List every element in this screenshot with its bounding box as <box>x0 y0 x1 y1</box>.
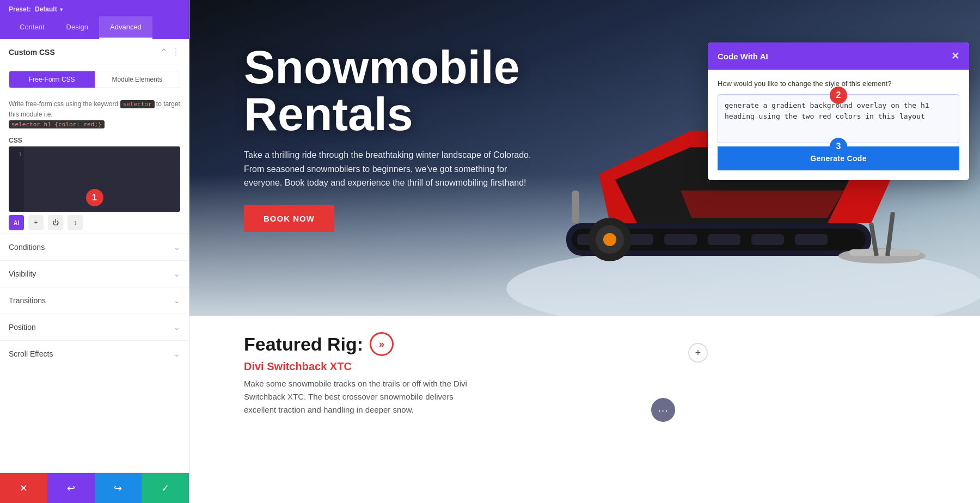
featured-product-name: Divi Switchback XTC <box>244 360 926 373</box>
scroll-effects-section: Scroll Effects ⌄ <box>0 340 189 367</box>
tab-design[interactable]: Design <box>56 16 99 39</box>
transitions-label: Transitions <box>9 296 46 305</box>
panel-body: Custom CSS ⌃ ⋮ Free-Form CSS Module Elem… <box>0 39 189 473</box>
tab-content[interactable]: Content <box>9 16 56 39</box>
preset-label: Preset: Default ▾ <box>9 5 180 13</box>
step1-badge: 1 <box>86 189 103 206</box>
conditions-label: Conditions <box>9 243 45 252</box>
step-badge-2: 2 <box>830 87 847 104</box>
panel-header: Preset: Default ▾ Content Design Advance… <box>0 0 189 39</box>
position-chevron: ⌄ <box>174 323 180 332</box>
ai-step3-row: 3 Generate Code <box>718 145 959 170</box>
redo-button[interactable]: ↪ <box>95 473 142 503</box>
svg-rect-6 <box>708 234 740 245</box>
section-controls: ⌃ ⋮ <box>160 47 180 57</box>
css-field-label: CSS <box>0 134 189 146</box>
featured-section: Featured Rig: » Divi Switchback XTC Make… <box>189 316 980 433</box>
step2-badge-container: 2 <box>830 87 847 104</box>
add-content-button[interactable]: + <box>688 343 708 363</box>
scroll-effects-header[interactable]: Scroll Effects ⌄ <box>0 341 189 367</box>
ai-panel-body: How would you like to change the style o… <box>708 70 969 180</box>
svg-rect-17 <box>572 191 579 223</box>
visibility-chevron: ⌄ <box>174 269 180 278</box>
transitions-section: Transitions ⌄ <box>0 287 189 314</box>
css-info-text: Write free-form css using the keyword se… <box>0 94 189 134</box>
add-button[interactable]: + <box>28 215 44 230</box>
conditions-chevron: ⌄ <box>174 243 180 252</box>
expand-icon[interactable]: ⌃ <box>160 47 167 57</box>
svg-rect-8 <box>795 234 828 245</box>
position-label: Position <box>9 323 36 332</box>
hero-description: Take a thrilling ride through the breath… <box>244 148 538 190</box>
svg-rect-11 <box>849 249 920 256</box>
save-button[interactable]: ✓ <box>142 473 189 503</box>
scroll-effects-chevron: ⌄ <box>174 349 180 358</box>
scroll-effects-label: Scroll Effects <box>9 349 53 358</box>
step-badge-1: 1 <box>86 189 103 206</box>
position-section: Position ⌄ <box>0 314 189 340</box>
ai-panel-title: Code With AI <box>718 52 768 61</box>
svg-rect-5 <box>664 234 697 245</box>
power-button[interactable]: ⏻ <box>48 215 63 230</box>
custom-css-section-header: Custom CSS ⌃ ⋮ <box>0 39 189 65</box>
keyword-selector: selector <box>120 100 155 108</box>
featured-description: Make some snowmobile tracks on the trail… <box>244 377 483 416</box>
visibility-section: Visibility ⌄ <box>0 260 189 287</box>
undo-button[interactable]: ↩ <box>47 473 95 503</box>
bottom-toolbar: ✕ ↩ ↪ ✓ <box>0 473 189 503</box>
svg-rect-7 <box>751 234 784 245</box>
sub-tab-bar: Free-Form CSS Module Elements <box>9 71 180 88</box>
more-options-button[interactable]: ··· <box>651 398 675 422</box>
step-badge-3: 3 <box>830 138 847 155</box>
line-numbers: 1 <box>9 146 24 212</box>
cancel-button[interactable]: ✕ <box>0 473 47 503</box>
step3-badge-container: 3 <box>830 138 847 155</box>
visibility-label: Visibility <box>9 269 36 278</box>
featured-title: Featured Rig: » <box>244 332 926 356</box>
visibility-header[interactable]: Visibility ⌄ <box>0 261 189 287</box>
position-header[interactable]: Position ⌄ <box>0 314 189 340</box>
book-now-button[interactable]: BOOK NOW <box>244 205 334 232</box>
ai-panel-header: Code With AI ✕ <box>708 42 969 70</box>
left-panel: Preset: Default ▾ Content Design Advance… <box>0 0 189 503</box>
more-icon[interactable]: ⋮ <box>171 47 180 57</box>
svg-point-16 <box>603 233 616 246</box>
transitions-header[interactable]: Transitions ⌄ <box>0 287 189 314</box>
ai-button[interactable]: AI <box>9 215 24 230</box>
subtab-module[interactable]: Module Elements <box>95 71 180 88</box>
tab-advanced[interactable]: Advanced <box>99 16 152 39</box>
transitions-chevron: ⌄ <box>174 296 180 305</box>
ai-code-panel: Code With AI ✕ How would you like to cha… <box>708 42 969 180</box>
conditions-section: Conditions ⌄ <box>0 234 189 260</box>
editor-toolbar: AI + ⏻ ↕ <box>0 212 189 234</box>
keyword-code-example: selector h1 {color: red;} <box>9 120 105 128</box>
double-arrow-icon: » <box>370 332 394 356</box>
subtab-freeform[interactable]: Free-Form CSS <box>9 71 95 88</box>
hero-title: Snowmobile Rentals <box>244 44 538 137</box>
ai-panel-close-button[interactable]: ✕ <box>951 50 959 62</box>
tab-bar: Content Design Advanced <box>9 16 180 39</box>
main-content: Snowmobile Rentals Take a thrilling ride… <box>189 0 980 503</box>
css-editor[interactable]: 1 1 <box>9 146 180 212</box>
custom-css-title: Custom CSS <box>9 48 55 57</box>
hero-content: Snowmobile Rentals Take a thrilling ride… <box>244 44 538 232</box>
conditions-header[interactable]: Conditions ⌄ <box>0 234 189 260</box>
move-button[interactable]: ↕ <box>68 215 83 230</box>
